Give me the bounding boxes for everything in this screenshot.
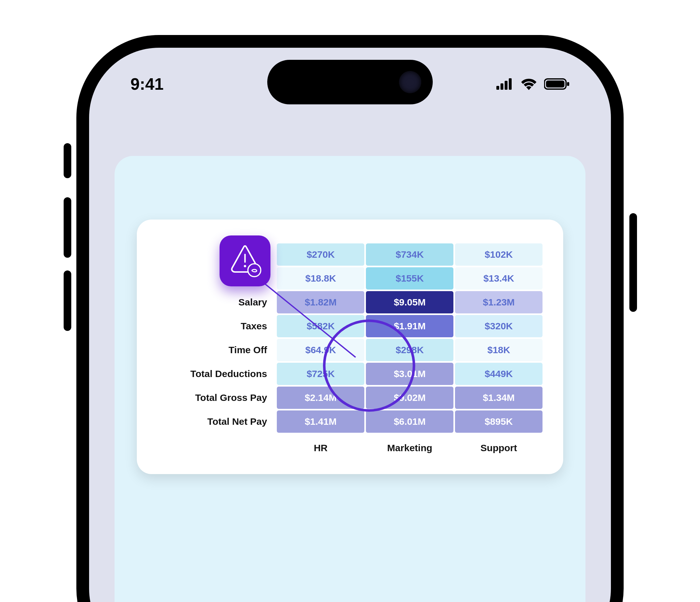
- heatmap-table: Bonus$270K$734K$102KOvertime$18.8K$155K$…: [156, 242, 544, 458]
- blank-cell: [157, 434, 275, 457]
- heatmap-cell[interactable]: $1.34M: [455, 386, 543, 409]
- anomaly-badge[interactable]: [220, 235, 271, 286]
- row-label: Salary: [157, 291, 275, 313]
- table-row: Total Gross Pay$2.14M$9.02M$1.34M: [157, 386, 543, 409]
- phone-silence-switch: [64, 143, 71, 178]
- status-time: 9:41: [130, 74, 164, 94]
- table-row: Salary$1.82M$9.05M$1.23M: [157, 291, 543, 313]
- heatmap-cell[interactable]: $2.14M: [277, 386, 364, 409]
- column-label: HR: [277, 434, 364, 457]
- heatmap-cell[interactable]: $1.41M: [277, 410, 364, 433]
- column-label: Marketing: [366, 434, 453, 457]
- battery-icon: [544, 78, 570, 90]
- heatmap-cell[interactable]: $1.82M: [277, 291, 364, 313]
- svg-point-8: [244, 265, 246, 267]
- phone-screen: 9:41: [89, 48, 611, 602]
- heatmap-cell[interactable]: $9.05M: [366, 291, 453, 313]
- heatmap-cell[interactable]: $1.91M: [366, 315, 453, 337]
- heatmap-cell[interactable]: $6.01M: [366, 410, 453, 433]
- svg-point-9: [248, 264, 260, 276]
- row-label: Taxes: [157, 315, 275, 337]
- heatmap-cell[interactable]: $298K: [366, 339, 453, 361]
- heatmap-cell[interactable]: $725K: [277, 363, 364, 385]
- svg-rect-1: [500, 83, 503, 90]
- column-labels-row: HRMarketingSupport: [157, 434, 543, 457]
- table-row: Taxes$582K$1.91M$320K: [157, 315, 543, 337]
- status-bar: 9:41: [89, 68, 611, 100]
- wifi-icon: [521, 78, 537, 90]
- heatmap-cell[interactable]: $13.4K: [455, 267, 543, 290]
- row-label: Total Gross Pay: [157, 386, 275, 409]
- svg-rect-6: [567, 82, 569, 86]
- heatmap-cell[interactable]: $1.23M: [455, 291, 543, 313]
- cellular-icon: [496, 78, 514, 90]
- heatmap-cell[interactable]: $582K: [277, 315, 364, 337]
- heatmap-cell[interactable]: $102K: [455, 244, 543, 266]
- app-window: 9:41: [0, 0, 700, 602]
- row-label: Total Net Pay: [157, 410, 275, 433]
- phone-volume-down: [64, 271, 71, 331]
- table-row: Total Deductions$725K$3.01M$449K: [157, 363, 543, 385]
- heatmap-card: Bonus$270K$734K$102KOvertime$18.8K$155K$…: [137, 220, 563, 474]
- heatmap-cell[interactable]: $9.02M: [366, 386, 453, 409]
- heatmap-cell[interactable]: $734K: [366, 244, 453, 266]
- heatmap-cell[interactable]: $64.9K: [277, 339, 364, 361]
- column-label: Support: [455, 434, 543, 457]
- heatmap-cell[interactable]: $18.8K: [277, 267, 364, 290]
- status-right: [496, 78, 570, 90]
- row-label: Time Off: [157, 339, 275, 361]
- svg-rect-0: [496, 86, 499, 90]
- table-row: Time Off$64.9K$298K$18K: [157, 339, 543, 361]
- svg-rect-3: [509, 78, 511, 90]
- phone-mockup: 9:41: [76, 35, 624, 602]
- table-row: Overtime$18.8K$155K$13.4K: [157, 267, 543, 290]
- table-row: Total Net Pay$1.41M$6.01M$895K: [157, 410, 543, 433]
- svg-rect-2: [505, 81, 507, 90]
- heatmap-cell[interactable]: $18K: [455, 339, 543, 361]
- phone-power-button: [629, 213, 637, 312]
- content-backdrop: Bonus$270K$734K$102KOvertime$18.8K$155K$…: [115, 156, 585, 602]
- heatmap-cell[interactable]: $3.01M: [366, 363, 453, 385]
- phone-volume-up: [64, 197, 71, 258]
- row-label: Total Deductions: [157, 363, 275, 385]
- alert-icon: [227, 243, 262, 279]
- heatmap-cell[interactable]: $895K: [455, 410, 543, 433]
- table-row: Bonus$270K$734K$102K: [157, 244, 543, 266]
- svg-rect-5: [546, 80, 565, 87]
- heatmap-cell[interactable]: $270K: [277, 244, 364, 266]
- heatmap-cell[interactable]: $449K: [455, 363, 543, 385]
- heatmap-cell[interactable]: $155K: [366, 267, 453, 290]
- heatmap-cell[interactable]: $320K: [455, 315, 543, 337]
